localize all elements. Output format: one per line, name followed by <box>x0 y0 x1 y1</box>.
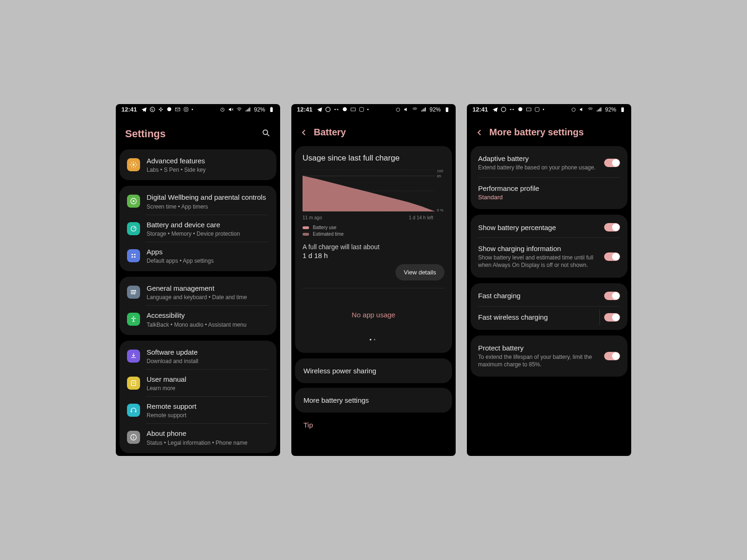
alarm-icon <box>219 106 226 112</box>
row-title: Apps <box>147 247 269 257</box>
svg-point-12 <box>133 164 134 166</box>
messenger-icon <box>342 106 348 112</box>
settings-row-accessibility[interactable]: Accessibility TalkBack • Mono audio • As… <box>120 306 276 333</box>
svg-rect-4 <box>161 110 162 112</box>
toggle-switch[interactable] <box>604 313 620 322</box>
messenger-icon <box>166 106 172 112</box>
usage-section: Usage since last full charge 100 85 0 <box>295 146 452 353</box>
setting-fast-wireless-charging[interactable]: Fast wireless charging <box>471 307 627 328</box>
svg-rect-6 <box>184 107 188 112</box>
svg-point-22 <box>133 316 134 318</box>
settings-list[interactable]: Advanced features Labs • S Pen • Side ke… <box>116 149 280 456</box>
svg-rect-33 <box>359 107 364 112</box>
row-title: Battery and device care <box>147 220 269 230</box>
more-battery-settings-row[interactable]: More battery settings <box>295 388 452 413</box>
wellbeing-icon <box>127 195 140 208</box>
gmail-icon <box>350 106 356 112</box>
toggle-title: Fast wireless charging <box>478 313 598 321</box>
settings-row-support[interactable]: Remote support Remote support <box>120 397 276 424</box>
telegram-icon <box>492 106 498 112</box>
slack-icon <box>333 106 339 112</box>
back-button[interactable] <box>475 128 484 137</box>
svg-point-7 <box>185 108 187 110</box>
svg-marker-40 <box>303 176 435 212</box>
battery-percentage: 92% <box>605 106 616 113</box>
settings-group: Software update Download and install Use… <box>120 341 276 453</box>
battery-content[interactable]: Usage since last full charge 100 85 0 <box>291 146 456 456</box>
settings-row-wellbeing[interactable]: Digital Wellbeing and parental controls … <box>120 188 276 215</box>
row-subtitle: Default apps • App settings <box>147 258 269 264</box>
svg-rect-45 <box>510 109 511 110</box>
battery-percentage: 92% <box>254 106 265 113</box>
toggle-subtitle: Extend battery life based on your phone … <box>478 164 598 171</box>
svg-point-20 <box>135 290 136 291</box>
setting-protect-battery[interactable]: Protect batteryTo extend the lifespan of… <box>471 337 627 375</box>
row-title: Accessibility <box>147 311 269 320</box>
setting-show-charging-information[interactable]: Show charging informationShow battery le… <box>471 238 627 275</box>
toggle-switch[interactable] <box>604 292 620 300</box>
svg-point-29 <box>326 107 331 112</box>
row-title: Digital Wellbeing and parental controls <box>147 193 269 202</box>
wifi-icon <box>587 106 593 112</box>
svg-rect-31 <box>337 109 338 110</box>
signal-icon <box>420 106 426 112</box>
battery-icon <box>268 106 275 112</box>
svg-rect-2 <box>162 109 163 110</box>
telegram-icon <box>317 106 323 112</box>
settings-row-general[interactable]: General management Language and keyboard… <box>120 279 276 306</box>
legend-dot-use-icon <box>303 226 309 229</box>
battery-chart: 100 85 0 % <box>303 169 444 212</box>
svg-rect-30 <box>334 109 336 110</box>
more-dot-icon: • <box>543 107 544 112</box>
toggle-switch[interactable] <box>604 223 620 231</box>
wireless-power-sharing-row[interactable]: Wireless power sharing <box>295 358 452 383</box>
manual-icon <box>127 377 140 390</box>
svg-rect-1 <box>159 109 160 110</box>
messenger-icon <box>517 106 523 112</box>
mute-icon <box>403 106 409 112</box>
toggle-group: Adaptive batteryExtend battery life base… <box>471 146 627 209</box>
page-title: Settings <box>125 128 166 140</box>
settings-row-advanced[interactable]: Advanced features Labs • S Pen • Side ke… <box>120 151 276 178</box>
svg-point-49 <box>572 108 576 112</box>
svg-point-21 <box>134 293 135 294</box>
svg-rect-24 <box>131 411 132 413</box>
toggle-switch[interactable] <box>604 352 620 360</box>
toggle-switch[interactable] <box>604 252 620 261</box>
setting-fast-charging[interactable]: Fast charging <box>471 285 627 307</box>
svg-point-18 <box>132 256 133 258</box>
slack-icon <box>509 106 515 112</box>
settings-screen: 12:41 • 92% Settings <box>116 104 280 456</box>
more-battery-content[interactable]: Adaptive batteryExtend battery life base… <box>467 146 631 456</box>
row-title: Remote support <box>147 402 269 411</box>
settings-row-about[interactable]: About phone Status • Legal information •… <box>120 424 276 451</box>
toggle-title: Adaptive battery <box>478 154 598 162</box>
battery-icon <box>620 106 626 112</box>
view-details-button[interactable]: View details <box>395 264 444 280</box>
settings-row-manual[interactable]: User manual Learn more <box>120 370 276 397</box>
whatsapp-icon <box>149 106 155 112</box>
svg-rect-23 <box>131 381 135 386</box>
settings-row-update[interactable]: Software update Download and install <box>120 343 276 370</box>
settings-row-care[interactable]: Battery and device care Storage • Memory… <box>120 215 276 242</box>
toggle-switch[interactable] <box>604 159 620 167</box>
setting-show-battery-percentage[interactable]: Show battery percentage <box>471 217 627 238</box>
setting-performance-profile[interactable]: Performance profileStandard <box>471 178 627 207</box>
svg-rect-50 <box>621 107 624 112</box>
search-button[interactable] <box>261 128 271 140</box>
svg-point-5 <box>167 107 171 112</box>
page-dots: ●● <box>303 337 444 342</box>
back-button[interactable] <box>300 128 308 137</box>
toggle-value: Standard <box>478 194 620 201</box>
svg-point-19 <box>134 256 135 258</box>
telegram-icon <box>141 106 147 112</box>
chart-time-axis: 11 m ago 1 d 14 h left <box>303 215 444 220</box>
settings-row-apps[interactable]: Apps Default apps • App settings <box>120 242 276 269</box>
toggle-title: Show charging information <box>478 245 598 252</box>
setting-adaptive-battery[interactable]: Adaptive batteryExtend battery life base… <box>471 148 627 178</box>
svg-rect-46 <box>513 109 514 110</box>
alarm-icon <box>571 106 577 112</box>
page-title: More battery settings <box>489 127 584 138</box>
row-subtitle: TalkBack • Mono audio • Assistant menu <box>147 322 269 328</box>
estimate-value: 1 d 18 h <box>303 252 444 259</box>
